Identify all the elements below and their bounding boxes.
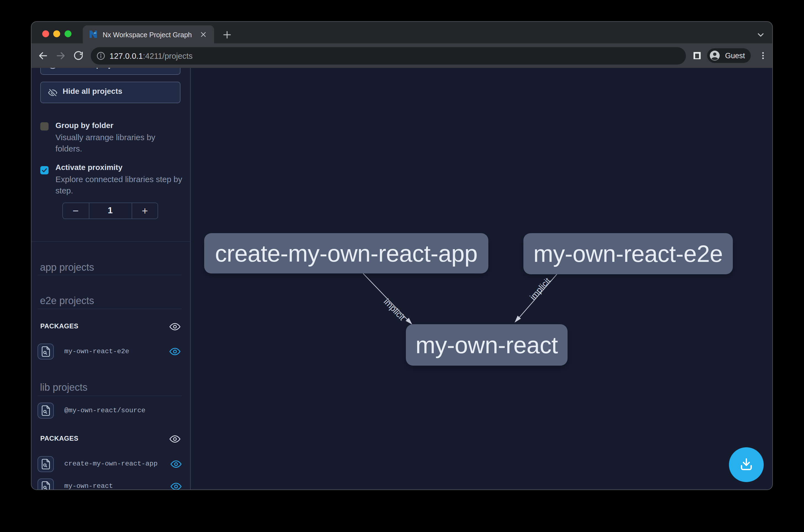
svg-text:implicit: implicit [382,297,407,322]
svg-text:implicit: implicit [528,276,552,302]
